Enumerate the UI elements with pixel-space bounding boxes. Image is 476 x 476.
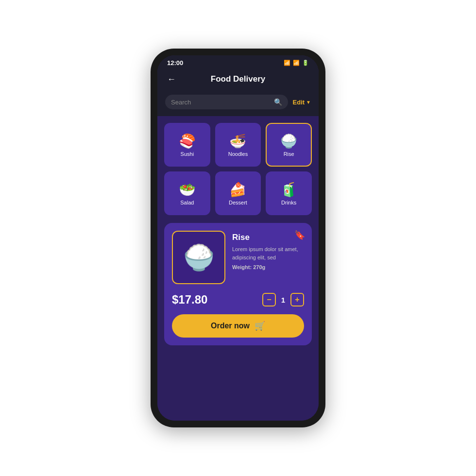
search-icon: 🔍: [274, 98, 282, 106]
phone-screen: 12:00 📶 📶 🔋 ← Food Delivery Search 🔍 Edi…: [157, 55, 319, 421]
product-description: Lorem ipsum dolor sit amet, adipiscing e…: [232, 245, 304, 261]
category-item-rise[interactable]: 🍚 Rise: [266, 123, 312, 167]
product-name: Rise: [232, 233, 304, 242]
category-item-salad[interactable]: 🥗 Salad: [164, 171, 210, 215]
product-weight: Weight: 270g: [232, 264, 304, 270]
category-label-rise: Rise: [284, 151, 294, 157]
salad-icon: 🥗: [179, 183, 196, 197]
page-title: Food Delivery: [211, 74, 265, 84]
main-content: 🍣 Sushi 🍜 Noodles 🍚 Rise 🥗 Salad 🍰: [157, 116, 319, 421]
noodles-icon: 🍜: [229, 135, 246, 148]
status-icons: 📶 📶 🔋: [284, 60, 309, 66]
bookmark-icon[interactable]: 🔖: [294, 230, 305, 240]
sushi-icon: 🍣: [179, 135, 196, 148]
product-image: 🍚: [172, 231, 225, 284]
back-button[interactable]: ←: [167, 74, 176, 85]
rise-icon: 🍚: [280, 135, 297, 148]
status-time: 12:00: [167, 59, 183, 67]
product-card: 🔖 🍚 Rise Lorem ipsum dolor sit amet, adi…: [164, 223, 312, 345]
quantity-value: 1: [280, 296, 287, 304]
wifi-icon: 📶: [284, 60, 290, 66]
category-label-salad: Salad: [180, 200, 194, 205]
signal-icon: 📶: [293, 60, 300, 66]
drinks-icon: 🧃: [280, 183, 297, 197]
phone-frame: 12:00 📶 📶 🔋 ← Food Delivery Search 🔍 Edi…: [151, 49, 325, 427]
category-label-drinks: Drinks: [281, 200, 296, 205]
order-now-button[interactable]: Order now 🛒: [172, 314, 304, 338]
order-now-label: Order now: [211, 322, 250, 330]
category-item-dessert[interactable]: 🍰 Dessert: [215, 171, 261, 215]
edit-button[interactable]: Edit ▼: [293, 99, 311, 106]
product-info: Rise Lorem ipsum dolor sit amet, adipisc…: [232, 231, 304, 284]
search-placeholder: Search: [171, 99, 271, 106]
quantity-increase-button[interactable]: +: [290, 293, 304, 306]
category-label-noodles: Noodles: [228, 151, 248, 157]
chevron-down-icon: ▼: [306, 100, 311, 105]
product-price: $17.80: [172, 293, 207, 306]
header: ← Food Delivery: [157, 69, 319, 91]
dessert-icon: 🍰: [229, 183, 246, 197]
quantity-control: − 1 +: [262, 293, 304, 306]
price-quantity-row: $17.80 − 1 +: [172, 293, 304, 306]
search-box[interactable]: Search 🔍: [165, 95, 288, 109]
search-row: Search 🔍 Edit ▼: [157, 91, 319, 116]
category-grid: 🍣 Sushi 🍜 Noodles 🍚 Rise 🥗 Salad 🍰: [164, 123, 312, 215]
category-item-noodles[interactable]: 🍜 Noodles: [215, 123, 261, 167]
category-item-drinks[interactable]: 🧃 Drinks: [266, 171, 312, 215]
product-top: 🍚 Rise Lorem ipsum dolor sit amet, adipi…: [172, 231, 304, 284]
category-item-sushi[interactable]: 🍣 Sushi: [164, 123, 210, 167]
quantity-decrease-button[interactable]: −: [262, 293, 276, 306]
battery-icon: 🔋: [302, 60, 309, 66]
product-emoji: 🍚: [183, 243, 215, 272]
category-label-dessert: Dessert: [229, 200, 247, 205]
category-label-sushi: Sushi: [181, 151, 194, 157]
status-bar: 12:00 📶 📶 🔋: [157, 55, 319, 69]
cart-icon: 🛒: [255, 321, 265, 331]
